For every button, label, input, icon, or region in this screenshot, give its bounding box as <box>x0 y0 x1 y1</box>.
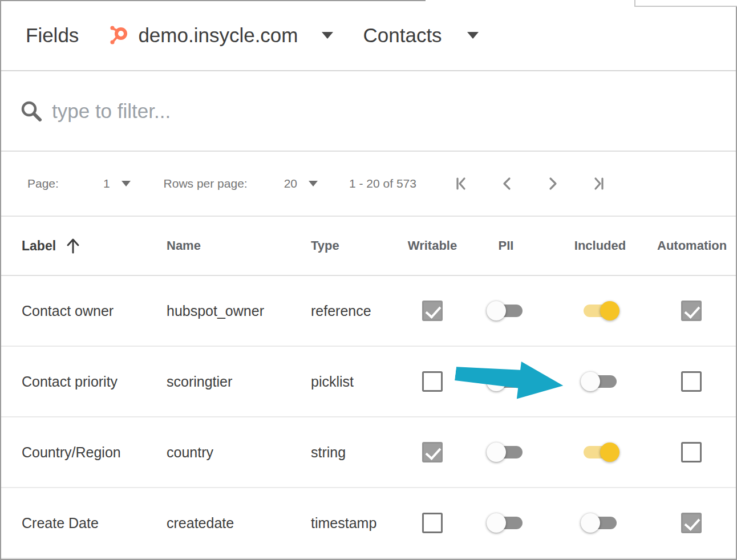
field-label: Contact owner <box>22 303 167 319</box>
field-name: hubspot_owner <box>167 303 311 319</box>
writable-checkbox[interactable] <box>422 442 443 462</box>
pagination-range: 1 - 20 of 573 <box>349 177 416 190</box>
writable-checkbox[interactable] <box>422 301 443 321</box>
pagination-bar: Page: 1 Rows per page: 20 1 - 20 of 573 <box>0 152 737 217</box>
page-title: Fields <box>26 24 79 47</box>
filter-input[interactable] <box>52 100 565 123</box>
field-label: Create Date <box>22 515 167 531</box>
toggle-knob <box>581 372 600 391</box>
chevron-down-icon[interactable] <box>322 32 333 39</box>
automation-checkbox[interactable] <box>681 301 702 321</box>
included-toggle[interactable] <box>581 301 619 320</box>
pii-toggle[interactable] <box>487 513 525 533</box>
search-icon <box>20 100 43 123</box>
field-name: createdate <box>167 515 311 531</box>
column-header-included[interactable]: Included <box>543 238 657 253</box>
automation-checkbox[interactable] <box>681 513 702 533</box>
toggle-knob <box>487 443 506 462</box>
column-header-pii[interactable]: PII <box>469 238 543 253</box>
portal-selector-label[interactable]: demo.insycle.com <box>138 24 298 47</box>
last-page-button[interactable] <box>591 176 606 191</box>
page-select-value[interactable]: 1 <box>103 177 110 190</box>
writable-checkbox[interactable] <box>422 371 443 392</box>
table-row: Contact priority scoringtier picklist <box>0 347 737 417</box>
column-header-label-text: Label <box>22 238 56 254</box>
included-toggle[interactable] <box>581 443 619 462</box>
toggle-knob <box>487 372 506 391</box>
automation-checkbox[interactable] <box>681 442 702 462</box>
field-label: Country/Region <box>22 444 167 461</box>
chevron-down-icon[interactable] <box>122 181 131 186</box>
pii-toggle[interactable] <box>487 301 525 320</box>
chevron-down-icon[interactable] <box>309 181 318 186</box>
object-selector-label[interactable]: Contacts <box>363 24 442 47</box>
field-type: string <box>311 444 396 461</box>
toggle-knob <box>581 513 600 533</box>
border-gap <box>426 0 737 2</box>
field-name: country <box>167 444 311 461</box>
table-header: Label Name Type Writable PII Included Au… <box>0 217 737 276</box>
automation-checkbox[interactable] <box>681 371 702 392</box>
field-type: picklist <box>311 374 396 390</box>
next-page-button[interactable] <box>545 176 560 191</box>
column-header-type[interactable]: Type <box>311 238 396 253</box>
sort-ascending-icon[interactable] <box>65 237 81 254</box>
top-bar: Fields demo.insycle.com Contacts <box>0 0 737 71</box>
column-header-automation[interactable]: Automation <box>657 238 727 253</box>
first-page-button[interactable] <box>454 176 469 191</box>
rows-per-page-value[interactable]: 20 <box>284 177 297 190</box>
table-row: Country/Region country string <box>0 417 737 488</box>
chevron-down-icon[interactable] <box>467 32 479 39</box>
column-header-writable[interactable]: Writable <box>396 238 469 253</box>
previous-page-button[interactable] <box>500 176 515 191</box>
column-header-label[interactable]: Label <box>22 237 167 254</box>
window-edge-step <box>634 6 737 7</box>
field-name: scoringtier <box>167 374 311 390</box>
field-type: timestamp <box>311 515 396 531</box>
pii-toggle[interactable] <box>487 372 525 391</box>
toggle-knob <box>487 513 506 533</box>
hubspot-sprocket-icon <box>107 25 129 46</box>
included-toggle[interactable] <box>581 372 619 391</box>
writable-checkbox[interactable] <box>422 513 443 533</box>
toggle-knob <box>600 301 619 320</box>
pagination-nav <box>454 176 606 191</box>
pii-toggle[interactable] <box>487 443 525 462</box>
table-row: Contact owner hubspot_owner reference <box>0 276 737 347</box>
rows-per-page-label: Rows per page: <box>164 177 248 190</box>
field-label: Contact priority <box>22 374 167 390</box>
filter-bar <box>0 71 737 152</box>
field-type: reference <box>311 303 396 319</box>
toggle-knob <box>600 443 619 462</box>
table-row: Create Date createdate timestamp <box>0 488 737 559</box>
included-toggle[interactable] <box>581 513 619 533</box>
page-label: Page: <box>27 177 59 190</box>
column-header-name[interactable]: Name <box>167 238 311 253</box>
toggle-knob <box>487 301 506 320</box>
